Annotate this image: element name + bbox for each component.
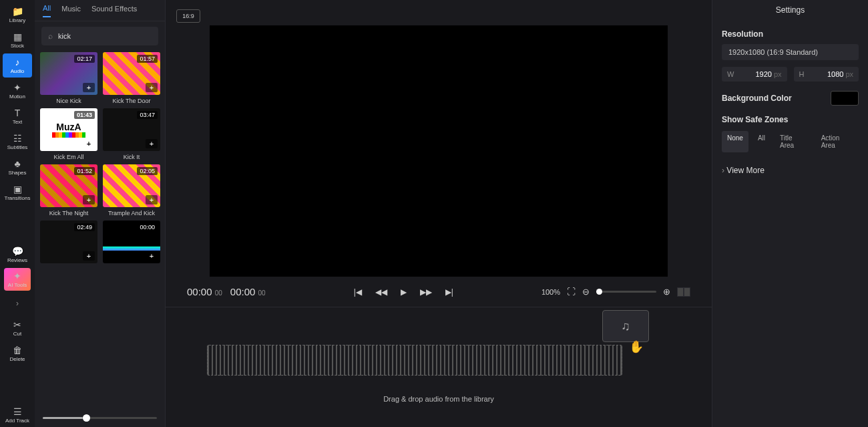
total-time: 00:00 00 bbox=[230, 286, 266, 297]
nav-stock[interactable]: ▦Stock bbox=[3, 28, 32, 52]
clip-duration: 02:17 bbox=[74, 55, 95, 63]
skip-end-button[interactable]: ▶| bbox=[445, 287, 453, 297]
folder-icon: 📁 bbox=[12, 6, 23, 17]
width-input[interactable]: W1920px bbox=[722, 67, 787, 82]
nav-text[interactable]: TText bbox=[3, 104, 32, 128]
clip-title: Nice Kick bbox=[56, 98, 81, 104]
zoom-out-icon[interactable]: ⊖ bbox=[582, 287, 590, 297]
view-more[interactable]: View More bbox=[722, 166, 859, 175]
skip-start-button[interactable]: |◀ bbox=[354, 287, 362, 297]
sparkle-icon: ✦ bbox=[13, 82, 21, 93]
clip-item[interactable]: 01:52+Kick The Night bbox=[40, 164, 97, 217]
left-nav: 📁Library ▦Stock ♪Audio ✦Motion TText ☷Su… bbox=[0, 0, 35, 427]
clip-item[interactable]: 01:57+Kick The Door bbox=[103, 52, 160, 104]
center-panel: 16:9 00:00 00 00:00 00 |◀ ◀◀ ▶ ▶▶ ▶| 100… bbox=[166, 0, 712, 427]
clip-title: Kick The Night bbox=[49, 210, 88, 217]
nav-library[interactable]: 📁Library bbox=[3, 3, 32, 27]
tab-all[interactable]: All bbox=[43, 4, 51, 17]
playback-controls: 00:00 00 00:00 00 |◀ ◀◀ ▶ ▶▶ ▶| 100% ⛶ ⊖… bbox=[176, 277, 701, 307]
tab-music[interactable]: Music bbox=[61, 5, 81, 17]
clip-duration: 01:57 bbox=[137, 55, 158, 63]
bg-color-label: Background Color bbox=[722, 94, 792, 103]
plus-layers-icon: ☰ bbox=[13, 406, 22, 417]
zoom-slider[interactable] bbox=[596, 291, 656, 293]
rewind-button[interactable]: ◀◀ bbox=[375, 287, 387, 297]
safezone-action[interactable]: Action Area bbox=[816, 131, 859, 152]
add-clip-button[interactable]: + bbox=[83, 139, 95, 148]
audio-drop-zone[interactable] bbox=[207, 345, 622, 376]
shapes-icon: ♣ bbox=[14, 158, 20, 169]
action-cut[interactable]: ✂Cut bbox=[3, 316, 32, 340]
add-clip-button[interactable]: + bbox=[83, 251, 95, 261]
search-input[interactable] bbox=[58, 32, 152, 40]
settings-panel: Settings Resolution 1920x1080 (16:9 Stan… bbox=[712, 0, 868, 427]
subtitles-icon: ☷ bbox=[13, 133, 22, 144]
clip-item[interactable]: 02:49+ bbox=[40, 221, 97, 266]
video-canvas[interactable] bbox=[210, 25, 668, 277]
clip-title: Kick The Door bbox=[113, 98, 151, 104]
add-clip-button[interactable]: + bbox=[83, 83, 95, 92]
add-clip-button[interactable]: + bbox=[146, 83, 158, 92]
preview-area: 16:9 00:00 00 00:00 00 |◀ ◀◀ ▶ ▶▶ ▶| 100… bbox=[166, 0, 712, 307]
clip-item[interactable]: 03:47+Kick It bbox=[103, 108, 160, 160]
clip-item[interactable]: 02:05+Trample And Kick bbox=[103, 164, 160, 217]
transitions-icon: ▣ bbox=[13, 184, 22, 194]
safezone-all[interactable]: All bbox=[752, 131, 771, 152]
search-box[interactable]: ⌕ bbox=[41, 27, 158, 45]
tab-sound-effects[interactable]: Sound Effects bbox=[91, 5, 137, 17]
sparkle-icon: ✦ bbox=[13, 271, 21, 281]
grid-icon: ▦ bbox=[13, 31, 22, 42]
music-icon: ♪ bbox=[15, 57, 20, 67]
fast-forward-button[interactable]: ▶▶ bbox=[420, 287, 432, 297]
music-note-icon: ♫ bbox=[621, 319, 630, 333]
bg-color-swatch[interactable] bbox=[831, 91, 859, 106]
safezone-none[interactable]: None bbox=[722, 131, 748, 152]
add-clip-button[interactable]: + bbox=[146, 195, 158, 204]
clip-duration: 02:49 bbox=[74, 223, 95, 231]
height-input[interactable]: H1080px bbox=[794, 67, 859, 82]
nav-subtitles[interactable]: ☷Subtitles bbox=[3, 130, 32, 154]
split-view-button[interactable] bbox=[677, 287, 690, 297]
nav-audio[interactable]: ♪Audio bbox=[3, 53, 32, 78]
nav-shapes[interactable]: ♣Shapes bbox=[3, 155, 32, 179]
clip-duration: 01:43 bbox=[74, 111, 95, 119]
library-tabs: All Music Sound Effects bbox=[35, 0, 165, 21]
resolution-label: Resolution bbox=[722, 29, 859, 39]
play-button[interactable]: ▶ bbox=[401, 287, 407, 297]
resolution-select[interactable]: 1920x1080 (16:9 Standard) bbox=[722, 44, 859, 60]
safezone-title[interactable]: Title Area bbox=[775, 131, 812, 152]
clip-title: Trample And Kick bbox=[108, 210, 155, 217]
settings-title: Settings bbox=[722, 0, 859, 20]
library-panel: All Music Sound Effects ⌕ 02:17+Nice Kic… bbox=[35, 0, 166, 427]
clip-item[interactable]: MuzA01:43+Kick Em All bbox=[40, 108, 97, 160]
nav-motion[interactable]: ✦Motion bbox=[3, 79, 32, 103]
nav-ai-tools[interactable]: ✦AI Tools bbox=[4, 268, 31, 291]
zoom-percent: 100% bbox=[541, 288, 560, 296]
collapse-panel[interactable]: › bbox=[16, 292, 19, 315]
timeline[interactable]: ♫ ✋ Drag & drop audio from the library bbox=[166, 307, 712, 427]
current-time: 00:00 00 bbox=[187, 286, 222, 297]
clip-title: Kick Em All bbox=[53, 154, 83, 160]
add-clip-button[interactable]: + bbox=[146, 139, 158, 148]
clip-duration: 00:00 bbox=[137, 223, 158, 231]
fullscreen-icon[interactable]: ⛶ bbox=[567, 287, 576, 297]
nav-reviews[interactable]: 💬Reviews bbox=[3, 243, 32, 267]
clip-duration: 02:05 bbox=[137, 167, 158, 175]
clip-item[interactable]: 02:17+Nice Kick bbox=[40, 52, 97, 104]
action-delete[interactable]: 🗑Delete bbox=[3, 341, 32, 366]
add-clip-button[interactable]: + bbox=[83, 195, 95, 204]
dragging-clip[interactable]: ♫ bbox=[602, 310, 649, 342]
clip-title: Kick It bbox=[124, 154, 140, 160]
action-add-track[interactable]: ☰Add Track bbox=[3, 403, 32, 427]
clip-grid: 02:17+Nice Kick01:57+Kick The DoorMuzA01… bbox=[35, 52, 165, 409]
zoom-in-icon[interactable]: ⊕ bbox=[663, 287, 670, 297]
search-icon: ⌕ bbox=[48, 31, 53, 41]
text-icon: T bbox=[15, 108, 21, 118]
scissors-icon: ✂ bbox=[13, 319, 21, 330]
aspect-ratio-selector[interactable]: 16:9 bbox=[176, 9, 200, 23]
clip-item[interactable]: 00:00+ bbox=[103, 221, 160, 266]
thumbnail-size-slider[interactable] bbox=[35, 409, 165, 427]
grab-cursor-icon: ✋ bbox=[629, 339, 644, 354]
add-clip-button[interactable]: + bbox=[146, 251, 158, 261]
nav-transitions[interactable]: ▣Transitions bbox=[3, 180, 32, 204]
